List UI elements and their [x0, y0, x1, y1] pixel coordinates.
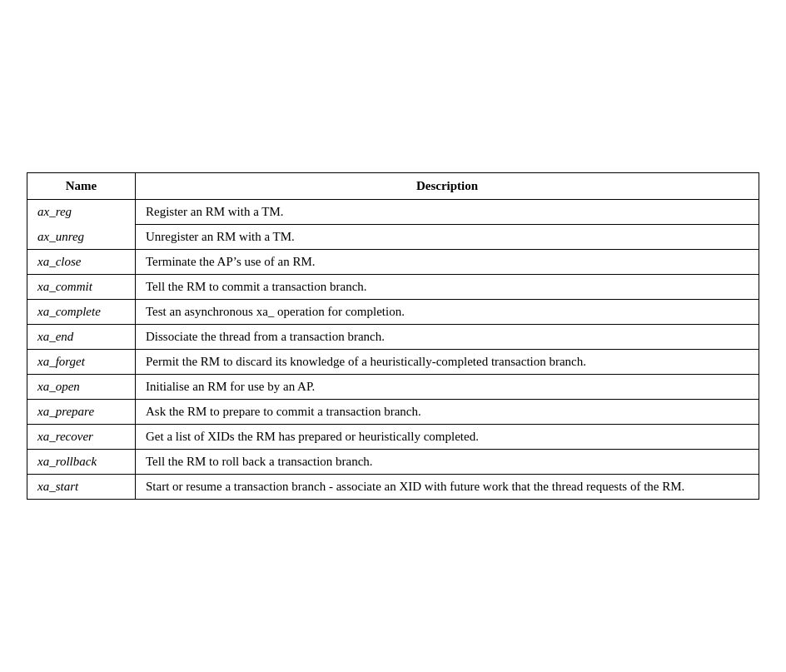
function-description: Terminate the AP’s use of an RM. [136, 250, 759, 275]
xa-functions-table: Name Description ax_regRegister an RM wi… [27, 172, 759, 500]
table-row: xa_recoverGet a list of XIDs the RM has … [27, 425, 759, 450]
table-row: xa_forgetPermit the RM to discard its kn… [27, 350, 759, 375]
function-name: xa_commit [27, 275, 136, 300]
function-description: Permit the RM to discard its knowledge o… [136, 350, 759, 375]
function-name: ax_unreg [27, 225, 136, 250]
function-description: Tell the RM to commit a transaction bran… [136, 275, 759, 300]
table-row: ax_regRegister an RM with a TM. [27, 200, 759, 225]
table-row: ax_unregUnregister an RM with a TM. [27, 225, 759, 250]
table-row: xa_openInitialise an RM for use by an AP… [27, 375, 759, 400]
table-header-row: Name Description [27, 173, 759, 200]
function-name: xa_forget [27, 350, 136, 375]
function-name: xa_recover [27, 425, 136, 450]
function-description: Test an asynchronous xa_ operation for c… [136, 300, 759, 325]
function-name: xa_complete [27, 300, 136, 325]
function-name: xa_rollback [27, 450, 136, 475]
table-row: xa_commitTell the RM to commit a transac… [27, 275, 759, 300]
table-row: xa_prepareAsk the RM to prepare to commi… [27, 400, 759, 425]
function-description: Unregister an RM with a TM. [136, 225, 759, 250]
function-name: xa_end [27, 325, 136, 350]
header-description: Description [136, 173, 759, 200]
function-name: xa_prepare [27, 400, 136, 425]
function-description: Get a list of XIDs the RM has prepared o… [136, 425, 759, 450]
table-row: xa_closeTerminate the AP’s use of an RM. [27, 250, 759, 275]
function-name: xa_open [27, 375, 136, 400]
function-description: Start or resume a transaction branch - a… [136, 475, 759, 500]
function-description: Dissociate the thread from a transaction… [136, 325, 759, 350]
function-name: xa_close [27, 250, 136, 275]
table-row: xa_endDissociate the thread from a trans… [27, 325, 759, 350]
function-name: xa_start [27, 475, 136, 500]
table-row: xa_rollbackTell the RM to roll back a tr… [27, 450, 759, 475]
function-description: Initialise an RM for use by an AP. [136, 375, 759, 400]
function-description: Register an RM with a TM. [136, 200, 759, 225]
function-description: Tell the RM to roll back a transaction b… [136, 450, 759, 475]
function-name: ax_reg [27, 200, 136, 225]
header-name: Name [27, 173, 136, 200]
table-row: xa_startStart or resume a transaction br… [27, 475, 759, 500]
function-description: Ask the RM to prepare to commit a transa… [136, 400, 759, 425]
table-row: xa_completeTest an asynchronous xa_ oper… [27, 300, 759, 325]
